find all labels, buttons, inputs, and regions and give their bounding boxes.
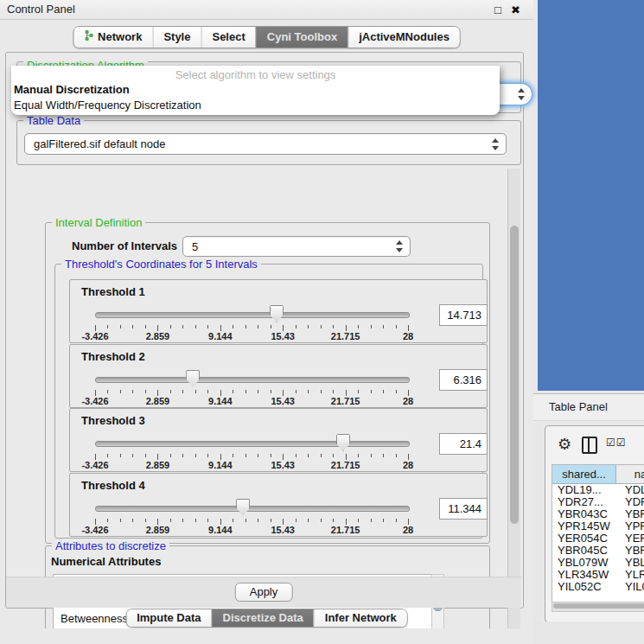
dropdown-option[interactable]: Equal Width/Frequency Discretization bbox=[13, 99, 498, 112]
bottom-tab-discretize-data[interactable]: Discretize Data bbox=[212, 609, 314, 627]
slider-tick-label: 15.43 bbox=[271, 525, 295, 535]
threshold-slider[interactable]: -3.4262.8599.14415.4321.71528 bbox=[95, 303, 408, 341]
threshold-value-field[interactable]: 6.316 bbox=[439, 369, 488, 391]
cell-shared-name[interactable]: YBL079W bbox=[552, 557, 621, 569]
cell-shared-name[interactable]: YER054C bbox=[552, 532, 621, 545]
table-row[interactable]: YIL052CYIL0 bbox=[552, 581, 644, 593]
slider-track[interactable] bbox=[95, 441, 410, 447]
slider-tick bbox=[182, 454, 183, 457]
cell-shared-name[interactable]: YLR345W bbox=[552, 569, 621, 581]
num-intervals-spinner[interactable]: 5 bbox=[182, 236, 411, 257]
slider-tick bbox=[195, 325, 196, 328]
slider-tick bbox=[283, 325, 284, 331]
cell-name[interactable]: YIL0 bbox=[621, 581, 644, 593]
slider-tick bbox=[233, 519, 233, 522]
table-panel-container: ⚙ ☑☑ shared... na YDL19...YDL1YDR27...YD… bbox=[545, 425, 644, 622]
table-row[interactable]: YPR145WYPR1 bbox=[552, 520, 644, 532]
apply-strip: Apply bbox=[6, 577, 521, 608]
slider-tick-label: -3.426 bbox=[81, 396, 108, 406]
tab-jactivemnodules[interactable]: jActiveMNodules bbox=[348, 27, 460, 48]
cell-shared-name[interactable]: YIL052C bbox=[552, 581, 621, 593]
cell-name[interactable]: YPR1 bbox=[621, 520, 644, 532]
table-row[interactable]: YBR043CYBR0 bbox=[552, 508, 644, 520]
threshold-label: Threshold 2 bbox=[81, 350, 145, 363]
slider-thumb[interactable] bbox=[270, 305, 284, 322]
slider-tick bbox=[182, 325, 183, 328]
tab-network[interactable]: Network bbox=[73, 27, 152, 48]
num-intervals-value: 5 bbox=[192, 240, 198, 253]
table-row[interactable]: YBR045CYBR0 bbox=[552, 545, 644, 557]
cell-name[interactable]: YDR2 bbox=[621, 496, 644, 508]
table-row[interactable]: YDR27...YDR2 bbox=[552, 496, 644, 508]
column-header-name[interactable]: na bbox=[616, 465, 644, 483]
table-row[interactable]: YBL079WYBL0 bbox=[552, 557, 644, 569]
cell-name[interactable]: YLR3 bbox=[621, 569, 644, 581]
slider-tick bbox=[396, 325, 397, 328]
close-icon[interactable]: ✖ bbox=[511, 3, 520, 16]
network-view-window: GAL80GACGAL11GAL4GCY1HHAP2 bbox=[538, 0, 644, 391]
table-data-combobox[interactable]: galFiltered.sif default node bbox=[24, 133, 507, 155]
slider-track[interactable] bbox=[95, 506, 410, 512]
cell-shared-name[interactable]: YDR27... bbox=[552, 496, 621, 508]
checkbox-columns-icon[interactable]: ☑☑ bbox=[606, 437, 627, 449]
bottom-tab-impute-data[interactable]: Impute Data bbox=[126, 609, 211, 627]
thresholds-group-title: Threshold's Coordinates for 5 Intervals bbox=[61, 258, 261, 271]
slider-tick bbox=[95, 390, 96, 396]
cell-shared-name[interactable]: YPR145W bbox=[552, 520, 621, 532]
slider-tick bbox=[333, 454, 334, 457]
bottom-tab-infer-network[interactable]: Infer Network bbox=[314, 609, 407, 627]
cell-name[interactable]: YBL0 bbox=[621, 557, 644, 569]
threshold-value-field[interactable]: 11.344 bbox=[439, 498, 488, 520]
scrollbar-thumb[interactable] bbox=[510, 226, 519, 524]
slider-track[interactable] bbox=[95, 377, 410, 383]
slider-tick bbox=[371, 390, 372, 393]
tab-select[interactable]: Select bbox=[201, 27, 255, 48]
panel-scrollbar[interactable] bbox=[507, 169, 520, 628]
table-row[interactable]: YLR345WYLR3 bbox=[552, 569, 644, 581]
table-hscrollbar[interactable] bbox=[552, 602, 644, 612]
tab-style[interactable]: Style bbox=[152, 27, 201, 48]
threshold-slider[interactable]: -3.4262.8599.14415.4321.71528 bbox=[95, 431, 408, 469]
cyni-toolbox-panel: Discretization Algorithm Table Data galF… bbox=[5, 52, 524, 609]
numerical-attributes-label: Numerical Attributes bbox=[51, 555, 161, 568]
slider-thumb[interactable] bbox=[236, 499, 250, 516]
gear-icon[interactable]: ⚙ bbox=[558, 435, 571, 454]
cell-shared-name[interactable]: YBR045C bbox=[552, 545, 621, 557]
slider-tick bbox=[283, 454, 284, 460]
tab-label: jActiveMNodules bbox=[359, 30, 450, 43]
tab-label: Style bbox=[163, 30, 190, 43]
table-row[interactable]: YDL19...YDL1 bbox=[552, 484, 644, 496]
slider-tick bbox=[258, 519, 258, 522]
split-columns-icon[interactable] bbox=[582, 437, 597, 454]
threshold-slider[interactable]: -3.4262.8599.14415.4321.71528 bbox=[95, 496, 408, 534]
slider-tick bbox=[132, 519, 133, 522]
float-window-icon[interactable]: □ bbox=[494, 3, 501, 16]
cell-name[interactable]: YER0 bbox=[621, 532, 644, 545]
slider-tick bbox=[346, 325, 347, 331]
slider-tick bbox=[157, 519, 158, 525]
slider-tick bbox=[296, 519, 296, 522]
slider-tick bbox=[233, 325, 233, 328]
threshold-value-field[interactable]: 21.4 bbox=[439, 433, 488, 455]
table-row[interactable]: YER054CYER0 bbox=[552, 532, 644, 545]
slider-tick-label: 28 bbox=[403, 525, 413, 535]
slider-track[interactable] bbox=[95, 312, 410, 318]
tab-cyni-toolbox[interactable]: Cyni Toolbox bbox=[256, 27, 348, 48]
scrollbar-thumb[interactable] bbox=[553, 603, 644, 609]
cell-shared-name[interactable]: YDL19... bbox=[552, 484, 621, 496]
cell-name[interactable]: YBR0 bbox=[621, 508, 644, 520]
threshold-slider[interactable]: -3.4262.8599.14415.4321.71528 bbox=[95, 367, 408, 405]
apply-button[interactable]: Apply bbox=[235, 583, 293, 602]
dropdown-option[interactable]: Manual Discretization bbox=[13, 83, 498, 96]
cell-name[interactable]: YDL1 bbox=[621, 484, 644, 496]
slider-tick-label: 21.715 bbox=[331, 460, 360, 470]
slider-tick-label: 15.43 bbox=[271, 396, 295, 406]
node-table[interactable]: shared... na YDL19...YDL1YDR27...YDR2YBR… bbox=[552, 464, 644, 603]
cell-shared-name[interactable]: YBR043C bbox=[552, 508, 621, 520]
slider-thumb[interactable] bbox=[186, 370, 200, 387]
slider-tick bbox=[107, 454, 108, 457]
column-header-shared[interactable]: shared... bbox=[552, 465, 616, 483]
cell-name[interactable]: YBR0 bbox=[621, 545, 644, 557]
slider-thumb[interactable] bbox=[336, 434, 350, 451]
threshold-value-field[interactable]: 14.713 bbox=[439, 304, 488, 326]
